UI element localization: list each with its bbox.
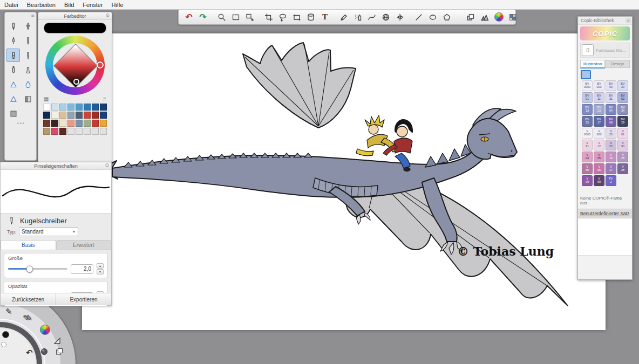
copic-chip[interactable]: V15 [606, 152, 616, 162]
menu-item[interactable]: Datei [0, 1, 23, 9]
brush-panel-options-icon[interactable]: ⊙ [105, 162, 109, 168]
text-tool-icon[interactable]: T [318, 11, 332, 23]
puck-pen-icon[interactable]: ✎ [5, 307, 12, 315]
color-swatch[interactable] [100, 104, 107, 111]
tool-felt-pen[interactable] [21, 63, 35, 77]
color-swatch[interactable] [51, 104, 58, 111]
color-swatch[interactable] [59, 120, 66, 127]
redo-icon[interactable]: ↷ [196, 11, 210, 23]
export-button[interactable]: Exportieren [56, 293, 111, 305]
copic-chip[interactable]: V0000 [582, 128, 593, 139]
color-swatch[interactable] [100, 128, 107, 135]
menu-item[interactable]: Bearbeiten [23, 1, 60, 9]
brush-type-select[interactable]: Standard▼ [19, 227, 78, 236]
copic-chip[interactable]: BV01 [582, 92, 593, 103]
cylinder-tool-icon[interactable] [304, 11, 318, 23]
tab-illustration[interactable]: Illustraton [580, 60, 605, 68]
drawing-canvas[interactable]: © Tobias Lung [82, 33, 606, 330]
tool-triangle[interactable] [6, 92, 20, 106]
lasso-icon[interactable] [276, 11, 290, 23]
color-swatch[interactable] [92, 120, 99, 127]
color-swatch[interactable] [59, 112, 66, 119]
rectangle-tool-icon[interactable] [290, 11, 304, 23]
color-swatch[interactable] [100, 112, 107, 119]
polygon-tool-icon[interactable] [440, 11, 454, 23]
tool-airbrush[interactable] [6, 63, 20, 77]
gradient-icon[interactable] [478, 11, 492, 23]
color-swatch[interactable] [84, 112, 91, 119]
palette-grip[interactable] [5, 122, 36, 127]
tool-eraser[interactable] [6, 78, 20, 91]
swatch-grid-icon[interactable] [506, 11, 520, 23]
color-swatch[interactable] [67, 128, 74, 135]
copic-chip[interactable]: FV2 [606, 175, 616, 186]
color-swatch[interactable] [76, 120, 83, 127]
tool-solid-fill[interactable] [6, 107, 20, 120]
copic-chip[interactable]: BV08 [606, 116, 616, 127]
color-swatch[interactable] [84, 104, 91, 111]
copic-chip[interactable]: V91 [582, 140, 593, 150]
color-swatch[interactable] [59, 104, 66, 111]
rect-select-icon[interactable] [229, 11, 243, 23]
reset-button[interactable]: Zurücksetzen [1, 293, 56, 305]
copic-chip[interactable]: BV11 [594, 92, 604, 103]
color-swatch[interactable] [84, 128, 91, 135]
tool-gradient-fill[interactable] [21, 92, 35, 106]
color-swatch[interactable] [92, 112, 99, 119]
copic-chip[interactable]: BV17 [594, 116, 604, 127]
color-swatch[interactable] [67, 120, 74, 127]
tab-design[interactable]: Design [605, 60, 630, 68]
puck-double-pen-icon[interactable]: ✎✎ [23, 314, 29, 322]
crop-icon[interactable] [262, 11, 276, 23]
selected-color-chip[interactable] [581, 70, 591, 79]
copic-chip[interactable]: V05 [594, 152, 604, 162]
copic-chip[interactable]: BV25 [582, 116, 593, 127]
layers-icon[interactable] [464, 11, 478, 23]
color-swatch[interactable] [43, 128, 50, 135]
curve-tool-icon[interactable] [365, 11, 379, 23]
color-swatch[interactable] [43, 104, 50, 111]
copic-chip[interactable]: BV02 [617, 92, 628, 103]
secondary-color-dot[interactable] [1, 342, 6, 347]
puck-undo-icon[interactable]: ↶ [26, 348, 33, 356]
line-tool-icon[interactable] [412, 11, 426, 23]
transform-select-icon[interactable] [243, 11, 257, 23]
copic-chip[interactable]: V09 [582, 175, 593, 186]
symmetry-tool-icon[interactable] [393, 11, 407, 23]
tool-marker[interactable] [6, 49, 20, 62]
zoom-icon[interactable] [215, 11, 229, 23]
primary-color-dot[interactable] [2, 331, 9, 338]
copic-chip[interactable]: V000 [594, 128, 604, 139]
tab-basis[interactable]: Basis [1, 240, 56, 250]
size-spinner-up[interactable]: ▲ [97, 263, 104, 269]
tool-pen[interactable] [21, 19, 35, 33]
menu-item[interactable]: Bild [60, 1, 78, 9]
color-swatch[interactable] [59, 128, 66, 135]
copic-chip[interactable]: BV23 [594, 104, 604, 115]
undo-icon[interactable]: ↶ [182, 11, 196, 23]
copic-chip[interactable]: BV29 [617, 116, 628, 127]
copic-chip[interactable]: BV0000 [582, 80, 593, 91]
tab-erweitert[interactable]: Erweitert [56, 240, 112, 250]
ellipse-tool-icon[interactable] [426, 11, 440, 23]
copic-chip[interactable]: V95 [582, 163, 593, 174]
copic-chip[interactable]: BV20 [617, 80, 628, 91]
copic-chip[interactable]: V17 [606, 163, 616, 174]
copic-chip[interactable]: V25 [617, 152, 628, 162]
copic-chip[interactable]: BV000 [594, 80, 604, 91]
size-spinner-down[interactable]: ▼ [97, 269, 104, 274]
color-swatch[interactable] [76, 104, 83, 111]
copic-chip[interactable]: V06 [594, 163, 604, 174]
copic-chip[interactable]: V01 [617, 128, 628, 139]
copic-close-icon[interactable]: × [626, 18, 631, 23]
color-swatch[interactable] [67, 112, 74, 119]
color-swatch[interactable] [92, 104, 99, 111]
color-swatch[interactable] [51, 112, 58, 119]
tool-ballpoint-pen[interactable] [21, 34, 35, 47]
color-swatch[interactable] [43, 112, 50, 119]
colorless-blender-item[interactable]: 0 Farbloses Mis... [580, 43, 630, 58]
copic-chip[interactable]: BV13 [582, 104, 593, 115]
menu-item[interactable]: Fenster [78, 1, 107, 9]
color-swatch[interactable] [76, 128, 83, 135]
tool-pencil[interactable] [6, 19, 20, 33]
